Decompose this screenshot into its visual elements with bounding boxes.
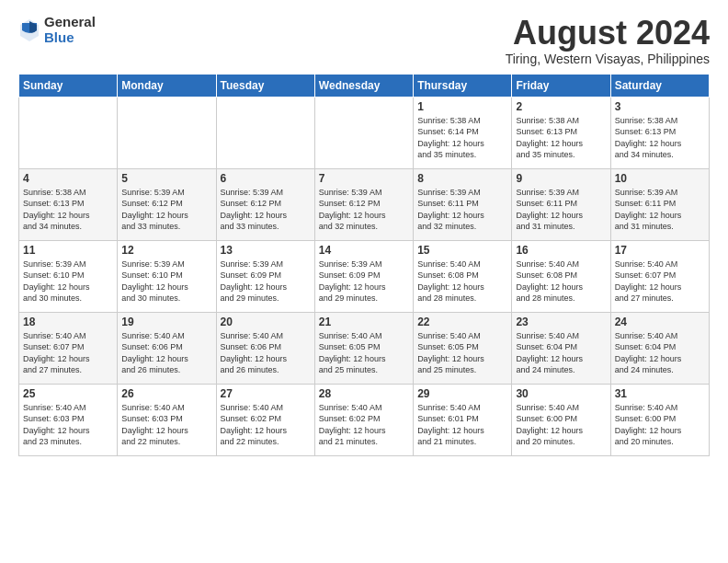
day-detail: Sunrise: 5:39 AM Sunset: 6:11 PM Dayligh… — [417, 187, 507, 233]
week-row-2: 11Sunrise: 5:39 AM Sunset: 6:10 PM Dayli… — [19, 240, 710, 312]
day-cell: 22Sunrise: 5:40 AM Sunset: 6:05 PM Dayli… — [414, 312, 512, 384]
header-day-saturday: Saturday — [610, 74, 709, 97]
day-detail: Sunrise: 5:40 AM Sunset: 6:04 PM Dayligh… — [615, 330, 705, 376]
day-number: 10 — [615, 172, 705, 185]
header: General Blue August 2024 Tiring, Western… — [18, 15, 710, 66]
day-detail: Sunrise: 5:39 AM Sunset: 6:09 PM Dayligh… — [221, 259, 311, 304]
week-row-3: 18Sunrise: 5:40 AM Sunset: 6:07 PM Dayli… — [19, 312, 710, 384]
day-number: 25 — [23, 387, 113, 400]
header-day-tuesday: Tuesday — [216, 74, 314, 97]
day-cell: 20Sunrise: 5:40 AM Sunset: 6:06 PM Dayli… — [216, 312, 314, 384]
logo-text: General Blue — [44, 15, 96, 45]
day-cell: 25Sunrise: 5:40 AM Sunset: 6:03 PM Dayli… — [19, 384, 118, 455]
day-detail: Sunrise: 5:38 AM Sunset: 6:13 PM Dayligh… — [516, 115, 606, 161]
day-detail: Sunrise: 5:38 AM Sunset: 6:13 PM Dayligh… — [23, 187, 113, 233]
day-number: 28 — [319, 387, 409, 400]
day-cell: 28Sunrise: 5:40 AM Sunset: 6:02 PM Dayli… — [314, 384, 413, 455]
day-cell: 3Sunrise: 5:38 AM Sunset: 6:13 PM Daylig… — [610, 97, 709, 168]
day-number: 8 — [417, 172, 507, 185]
header-row: SundayMondayTuesdayWednesdayThursdayFrid… — [19, 74, 710, 97]
day-detail: Sunrise: 5:39 AM Sunset: 6:12 PM Dayligh… — [319, 187, 409, 233]
day-detail: Sunrise: 5:40 AM Sunset: 6:00 PM Dayligh… — [615, 402, 705, 448]
day-cell: 15Sunrise: 5:40 AM Sunset: 6:08 PM Dayli… — [414, 240, 512, 312]
header-day-friday: Friday — [512, 74, 610, 97]
day-number: 20 — [221, 316, 311, 328]
day-number: 11 — [23, 244, 113, 257]
day-detail: Sunrise: 5:39 AM Sunset: 6:09 PM Dayligh… — [319, 259, 409, 304]
day-cell: 1Sunrise: 5:38 AM Sunset: 6:14 PM Daylig… — [414, 97, 512, 168]
day-cell: 27Sunrise: 5:40 AM Sunset: 6:02 PM Dayli… — [216, 384, 314, 455]
day-cell: 14Sunrise: 5:39 AM Sunset: 6:09 PM Dayli… — [314, 240, 413, 312]
main-title: August 2024 — [506, 15, 710, 52]
day-detail: Sunrise: 5:40 AM Sunset: 6:08 PM Dayligh… — [516, 259, 606, 304]
day-detail: Sunrise: 5:40 AM Sunset: 6:06 PM Dayligh… — [221, 330, 311, 376]
day-cell: 16Sunrise: 5:40 AM Sunset: 6:08 PM Dayli… — [512, 240, 610, 312]
day-cell — [118, 97, 216, 168]
day-number: 5 — [121, 172, 211, 185]
header-day-wednesday: Wednesday — [314, 74, 413, 97]
day-cell: 2Sunrise: 5:38 AM Sunset: 6:13 PM Daylig… — [512, 97, 610, 168]
day-cell: 10Sunrise: 5:39 AM Sunset: 6:11 PM Dayli… — [610, 168, 709, 240]
week-row-4: 25Sunrise: 5:40 AM Sunset: 6:03 PM Dayli… — [19, 384, 710, 455]
day-number: 19 — [121, 316, 211, 328]
day-detail: Sunrise: 5:40 AM Sunset: 6:04 PM Dayligh… — [516, 330, 606, 376]
day-detail: Sunrise: 5:40 AM Sunset: 6:02 PM Dayligh… — [221, 402, 311, 448]
day-cell: 13Sunrise: 5:39 AM Sunset: 6:09 PM Dayli… — [216, 240, 314, 312]
day-detail: Sunrise: 5:40 AM Sunset: 6:03 PM Dayligh… — [121, 402, 211, 448]
day-cell: 7Sunrise: 5:39 AM Sunset: 6:12 PM Daylig… — [314, 168, 413, 240]
day-detail: Sunrise: 5:40 AM Sunset: 6:07 PM Dayligh… — [23, 330, 113, 376]
header-day-sunday: Sunday — [19, 74, 118, 97]
day-cell: 18Sunrise: 5:40 AM Sunset: 6:07 PM Dayli… — [19, 312, 118, 384]
sub-title: Tiring, Western Visayas, Philippines — [506, 52, 710, 66]
day-number: 16 — [516, 244, 606, 257]
day-number: 17 — [615, 244, 705, 257]
day-number: 24 — [615, 316, 705, 328]
day-detail: Sunrise: 5:40 AM Sunset: 6:07 PM Dayligh… — [615, 259, 705, 304]
day-detail: Sunrise: 5:39 AM Sunset: 6:11 PM Dayligh… — [516, 187, 606, 233]
day-number: 12 — [121, 244, 211, 257]
day-cell: 19Sunrise: 5:40 AM Sunset: 6:06 PM Dayli… — [118, 312, 216, 384]
day-detail: Sunrise: 5:40 AM Sunset: 6:02 PM Dayligh… — [319, 402, 409, 448]
day-cell — [216, 97, 314, 168]
day-number: 4 — [23, 172, 113, 185]
day-cell: 21Sunrise: 5:40 AM Sunset: 6:05 PM Dayli… — [314, 312, 413, 384]
day-cell: 9Sunrise: 5:39 AM Sunset: 6:11 PM Daylig… — [512, 168, 610, 240]
week-row-0: 1Sunrise: 5:38 AM Sunset: 6:14 PM Daylig… — [19, 97, 710, 168]
day-cell: 6Sunrise: 5:39 AM Sunset: 6:12 PM Daylig… — [216, 168, 314, 240]
day-detail: Sunrise: 5:40 AM Sunset: 6:05 PM Dayligh… — [417, 330, 507, 376]
day-number: 13 — [221, 244, 311, 257]
day-number: 18 — [23, 316, 113, 328]
day-detail: Sunrise: 5:40 AM Sunset: 6:00 PM Dayligh… — [516, 402, 606, 448]
day-number: 6 — [221, 172, 311, 185]
day-cell — [19, 97, 118, 168]
day-detail: Sunrise: 5:38 AM Sunset: 6:13 PM Dayligh… — [615, 115, 705, 161]
day-number: 15 — [417, 244, 507, 257]
day-number: 21 — [319, 316, 409, 328]
week-row-1: 4Sunrise: 5:38 AM Sunset: 6:13 PM Daylig… — [19, 168, 710, 240]
day-detail: Sunrise: 5:39 AM Sunset: 6:12 PM Dayligh… — [121, 187, 211, 233]
day-number: 22 — [417, 316, 507, 328]
day-cell: 24Sunrise: 5:40 AM Sunset: 6:04 PM Dayli… — [610, 312, 709, 384]
day-detail: Sunrise: 5:39 AM Sunset: 6:12 PM Dayligh… — [221, 187, 311, 233]
logo-icon — [18, 17, 40, 43]
day-cell: 31Sunrise: 5:40 AM Sunset: 6:00 PM Dayli… — [610, 384, 709, 455]
day-number: 2 — [516, 100, 606, 113]
day-number: 14 — [319, 244, 409, 257]
header-day-thursday: Thursday — [414, 74, 512, 97]
day-cell: 11Sunrise: 5:39 AM Sunset: 6:10 PM Dayli… — [19, 240, 118, 312]
day-number: 30 — [516, 387, 606, 400]
day-cell: 30Sunrise: 5:40 AM Sunset: 6:00 PM Dayli… — [512, 384, 610, 455]
day-cell: 4Sunrise: 5:38 AM Sunset: 6:13 PM Daylig… — [19, 168, 118, 240]
day-number: 3 — [615, 100, 705, 113]
day-cell: 5Sunrise: 5:39 AM Sunset: 6:12 PM Daylig… — [118, 168, 216, 240]
day-cell: 29Sunrise: 5:40 AM Sunset: 6:01 PM Dayli… — [414, 384, 512, 455]
logo: General Blue — [18, 15, 96, 45]
day-detail: Sunrise: 5:40 AM Sunset: 6:05 PM Dayligh… — [319, 330, 409, 376]
logo-general-text: General — [44, 15, 96, 30]
header-day-monday: Monday — [118, 74, 216, 97]
day-detail: Sunrise: 5:40 AM Sunset: 6:08 PM Dayligh… — [417, 259, 507, 304]
calendar-table: SundayMondayTuesdayWednesdayThursdayFrid… — [18, 74, 710, 456]
day-detail: Sunrise: 5:39 AM Sunset: 6:11 PM Dayligh… — [615, 187, 705, 233]
day-number: 29 — [417, 387, 507, 400]
day-detail: Sunrise: 5:40 AM Sunset: 6:03 PM Dayligh… — [23, 402, 113, 448]
